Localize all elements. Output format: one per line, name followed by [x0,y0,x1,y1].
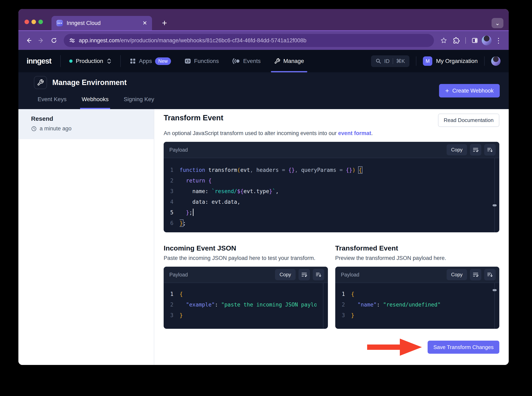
word-wrap-icon [473,146,479,153]
tab-signing-key[interactable]: Signing Key [122,96,156,109]
format-indent-icon [487,146,493,153]
wrench-icon [274,58,280,64]
copy-button[interactable]: Copy [447,269,467,280]
format-code-button[interactable] [484,269,496,280]
format-indent-icon [487,271,493,278]
transformed-subtitle: Preview the transformed JSON payload her… [335,255,499,261]
nav-item-label: Manage [283,58,304,64]
nav-right: ID ⌘K M My Organization [371,50,501,72]
event-format-link[interactable]: event format [338,130,371,136]
copy-button[interactable]: Copy [275,269,295,280]
search-button[interactable]: ID ⌘K [371,55,409,67]
scrollbar-thumb[interactable] [492,204,497,206]
nav-item-functions[interactable]: Functions [185,50,219,72]
forward-arrow-icon [38,37,45,44]
browser-tab[interactable]: Inngest Cloud ✕ [52,16,152,30]
read-documentation-button[interactable]: Read Documentation [438,114,499,127]
address-bar[interactable]: app.inngest.com/env/production/manage/we… [64,34,434,47]
code-line: 1function transform(evt, headers = {}, q… [164,165,499,175]
line-number: 4 [164,197,179,207]
webhook-list-item[interactable]: Resend a minute ago [18,109,154,139]
new-tab-button[interactable]: + [159,18,170,28]
webhook-name: Resend [31,115,146,122]
organization-menu[interactable]: M My Organization [423,56,478,66]
nav-item-label: Events [243,58,261,64]
transformed-json-view[interactable]: 1{ 2 "name": "resend/undefined" 3} [335,283,499,329]
tab-search-chevron-button[interactable]: ⌄ [492,18,503,28]
bookmark-star-button[interactable] [438,35,450,46]
back-button[interactable] [23,35,34,46]
scrollbar-thumb[interactable] [492,289,497,291]
word-wrap-button[interactable] [470,269,481,280]
side-panel-button[interactable] [469,35,480,46]
line-number: 3 [335,310,351,320]
browser-profile-avatar[interactable] [482,35,492,45]
browser-toolbar: app.inngest.com/env/production/manage/we… [18,30,509,50]
payload-label: Payload [341,272,359,278]
code-line: 4 data: evt.data, [164,197,499,207]
org-name: My Organization [436,58,478,64]
close-window-button[interactable] [24,20,29,24]
code-line: 2 "name": "resend/undefined" [335,299,499,310]
app-nav: inngest Production Apps New Functions [18,50,509,72]
zoom-window-button[interactable] [38,20,43,24]
format-indent-icon [315,271,322,278]
incoming-title: Incoming Event JSON [164,244,328,252]
code-line: 3 name: `resend/${evt.type}`, [164,186,499,197]
nav-item-events[interactable]: Events [232,50,261,72]
close-tab-icon[interactable]: ✕ [142,20,147,26]
tab-webhooks[interactable]: Webhooks [80,96,110,109]
inngest-logo[interactable]: inngest [27,57,51,65]
code-text: } [179,310,317,320]
env-tabs: Event Keys Webhooks Signing Key [36,96,156,109]
incoming-json-editor[interactable]: 1{ 2 "example": "paste the incoming JSON… [164,283,328,329]
code-text: name: `resend/${evt.type}`, [179,186,488,197]
search-shortcut: ⌘K [396,58,405,64]
minimize-window-button[interactable] [31,20,36,24]
word-wrap-button[interactable] [470,144,481,156]
save-transform-button[interactable]: Save Transform Changes [428,341,499,354]
manage-environment-header: Manage Environment + Create Webhook Even… [18,72,509,109]
forward-button[interactable] [35,35,47,46]
nav-divider [484,56,485,66]
env-status-dot-icon [69,59,73,63]
nav-item-apps[interactable]: Apps New [130,50,171,72]
copy-button[interactable]: Copy [447,144,467,155]
site-settings-icon[interactable] [69,37,75,44]
code-line: 3} [164,310,328,320]
line-number: 3 [164,186,179,197]
reload-icon [51,37,58,44]
nav-item-manage[interactable]: Manage [274,50,304,72]
window-controls [24,20,43,24]
browser-menu-button[interactable]: ⋮ [493,35,504,46]
line-number: 2 [335,299,351,310]
format-code-button[interactable] [313,269,324,280]
transform-editor-panel: Payload Copy 1function transform(evt, he… [164,142,499,232]
create-webhook-button[interactable]: + Create Webhook [439,84,500,98]
star-icon [440,37,447,44]
code-text: return { [179,175,488,186]
extensions-button[interactable] [451,35,462,46]
environment-selector[interactable]: Production [61,50,120,72]
word-wrap-button[interactable] [299,269,310,280]
format-code-button[interactable] [484,144,496,156]
org-initial-badge: M [423,56,432,66]
manage-icon-box [34,76,47,89]
search-id-label: ID [384,58,390,64]
user-avatar[interactable] [491,56,501,66]
transform-code-editor[interactable]: 1function transform(evt, headers = {}, q… [164,158,499,232]
browser-window: Inngest Cloud ✕ + ⌄ app.inngest.com/env/… [18,9,509,365]
test-columns: Incoming Event JSON Paste the incoming J… [164,244,499,329]
save-row: Save Transform Changes [164,338,499,356]
editor-header: Payload Copy [164,142,499,158]
line-number: 5 [164,207,179,218]
incoming-json-panel: Payload Copy 1{ 2 "example": "paste t [164,267,328,329]
section-description: An optional JavaScript transform used to… [164,130,499,136]
scrollbar-track [494,158,495,232]
tab-event-keys[interactable]: Event Keys [36,96,68,109]
reload-button[interactable] [48,35,60,46]
puzzle-icon [453,37,460,44]
page-title: Manage Environment [52,78,127,87]
code-line-active: 1{ [164,289,328,299]
webhooks-sidebar: Resend a minute ago [18,109,154,365]
